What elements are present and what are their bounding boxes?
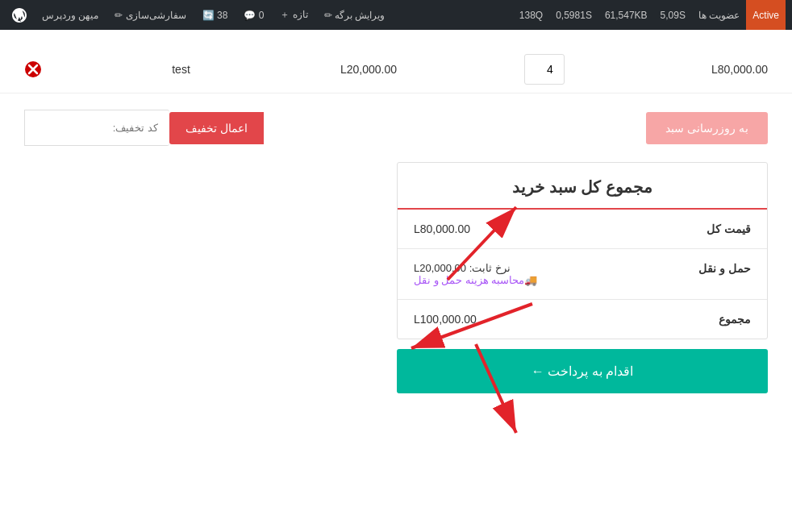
- active-label: Active: [752, 10, 779, 21]
- coupon-input[interactable]: [24, 110, 169, 146]
- admin-bar-edit-page[interactable]: ویرایش برگه ✏: [318, 0, 392, 30]
- page-wrapper: L80,000.00 L20,000.00 test به روزرسانی س…: [0, 30, 792, 532]
- admin-bar-left: Active عضویت ها 5,09S 61,547KB 0,5981S 1…: [513, 0, 786, 30]
- shipping-label: حمل و نقل: [694, 262, 751, 275]
- cart-totals-wrapper: مجموع کل سبد خرید قیمت کل L80,000.00 حمل…: [0, 162, 792, 426]
- admin-bar: Active عضویت ها 5,09S 61,547KB 0,5981S 1…: [0, 0, 792, 30]
- proceed-btn-wrapper: اقدام به پرداخت ←: [397, 349, 768, 393]
- totals-subtotal-row: قیمت کل L80,000.00: [398, 210, 767, 249]
- admin-bar-active[interactable]: Active: [746, 0, 786, 30]
- cart-row: L80,000.00 L20,000.00 test: [0, 46, 792, 94]
- cart-totals-title: مجموع کل سبد خرید: [398, 163, 767, 210]
- admin-bar-comments[interactable]: 0 💬: [237, 0, 270, 30]
- update-cart-button[interactable]: به روزرسانی سبد: [646, 112, 768, 144]
- admin-bar-perf1: 5,09S: [654, 0, 692, 30]
- cart-price: L80,000.00: [671, 63, 768, 76]
- totals-total-row: مجموع L100,000.00: [398, 300, 767, 339]
- total-value: L100,000.00: [414, 313, 477, 326]
- shipping-details: نرخ ثابت: L20,000.00 🚚محاسبه هزینه حمل و…: [414, 262, 537, 286]
- admin-bar-wp-icon[interactable]: [6, 0, 32, 30]
- admin-bar-right: ویرایش برگه ✏ تازه ＋ 0 💬 38 🔄 سفارشی‌ساز…: [6, 0, 391, 30]
- actions-row: به روزرسانی سبد اعمال تخفیف: [0, 94, 792, 162]
- admin-bar-site-name[interactable]: میهن وردپرس: [35, 0, 105, 30]
- shipping-calc-link[interactable]: 🚚محاسبه هزینه حمل و نقل: [414, 274, 537, 286]
- cart-subtotal: L20,000.00: [320, 63, 417, 76]
- cart-totals-box: مجموع کل سبد خرید قیمت کل L80,000.00 حمل…: [397, 162, 768, 339]
- subtotal-label: قیمت کل: [694, 222, 751, 235]
- cart-product-name: test: [149, 63, 214, 76]
- admin-bar-perf3: 0,5981S: [549, 0, 598, 30]
- coupon-form: اعمال تخفیف: [24, 110, 264, 146]
- admin-bar-perf4: 138Q: [513, 0, 549, 30]
- admin-bar-perf2: 61,547KB: [598, 0, 654, 30]
- admin-bar-updates[interactable]: 38 🔄: [196, 0, 235, 30]
- apply-coupon-button[interactable]: اعمال تخفیف: [169, 112, 264, 144]
- totals-shipping-row: حمل و نقل نرخ ثابت: L20,000.00 🚚محاسبه ه…: [398, 249, 767, 300]
- admin-bar-new[interactable]: تازه ＋: [273, 0, 314, 30]
- admin-bar-customize[interactable]: سفارشی‌سازی ✏: [108, 0, 192, 30]
- cart-quantity-input[interactable]: [524, 54, 565, 85]
- cart-remove-button[interactable]: [24, 60, 42, 78]
- total-label: مجموع: [694, 313, 751, 326]
- admin-bar-membership[interactable]: عضویت ها: [692, 0, 746, 30]
- shipping-fixed-text: نرخ ثابت: L20,000.00: [414, 262, 537, 274]
- proceed-to-checkout-button[interactable]: اقدام به پرداخت ←: [397, 349, 768, 393]
- subtotal-value: L80,000.00: [414, 222, 470, 235]
